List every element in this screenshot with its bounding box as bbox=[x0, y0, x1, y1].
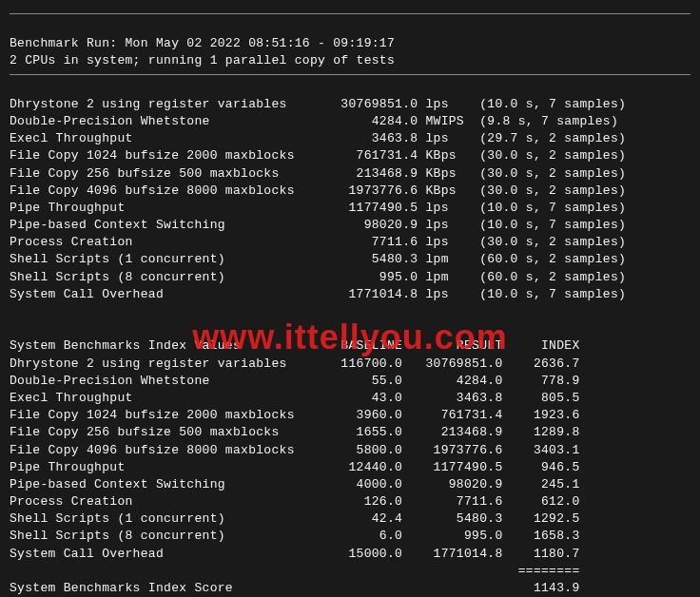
index-header-row: System Benchmarks Index Values BASELINE … bbox=[10, 337, 690, 355]
benchmark-results-section: Dhrystone 2 using register variables 307… bbox=[10, 96, 690, 303]
header-divider bbox=[10, 74, 690, 75]
score-divider: ======== bbox=[10, 563, 690, 580]
header-line-1: Benchmark Run: Mon May 02 2022 08:51:16 … bbox=[10, 36, 395, 50]
terminal-output: Benchmark Run: Mon May 02 2022 08:51:16 … bbox=[10, 18, 690, 597]
benchmark-index-section: Dhrystone 2 using register variables 116… bbox=[10, 356, 690, 563]
top-divider bbox=[10, 13, 690, 14]
index-score-row: System Benchmarks Index Score 1143.9 bbox=[10, 580, 690, 597]
header-line-2: 2 CPUs in system; running 1 parallel cop… bbox=[10, 53, 395, 67]
